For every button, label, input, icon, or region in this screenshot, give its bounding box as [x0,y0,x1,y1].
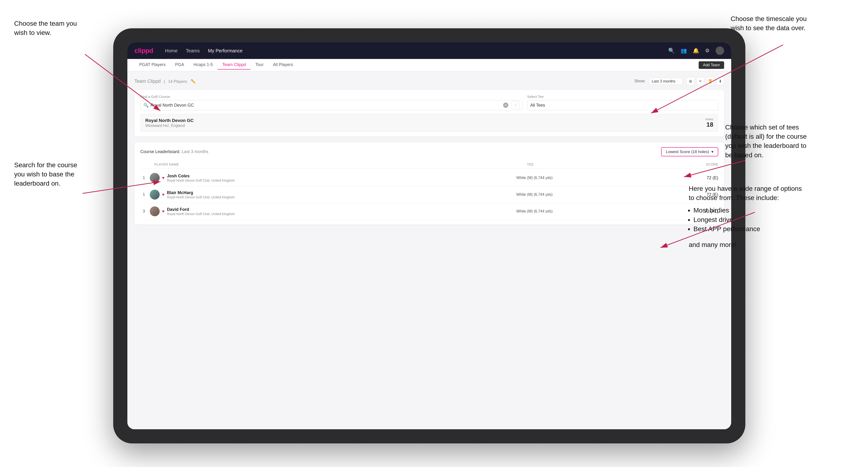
heart-icon[interactable]: ♥ [162,192,165,197]
edit-icon[interactable]: ✏️ [191,79,196,84]
tee-select-wrap: All Tees [527,100,718,111]
nav-bar: clippd Home Teams My Performance 🔍 👥 🔔 ⚙ [127,42,731,59]
add-team-button[interactable]: Add Team [699,61,724,69]
trophy-icon[interactable]: 🏆 [706,77,714,85]
avatar [150,206,160,216]
table-row: 1 ♥ Blair McHarg Royal North Devon Golf … [140,186,718,203]
nav-link-my-performance[interactable]: My Performance [208,48,243,54]
nav-logo: clippd [134,47,153,55]
course-search-field: Find a Golf Course 🔍 ✕ ☆ [140,95,522,111]
tab-tour[interactable]: Tour [250,60,268,69]
bell-icon[interactable]: 🔔 [693,48,699,54]
col-player-header: PLAYER NAME [140,162,436,166]
player-tee: White (M) (6,744 yds) [442,209,626,214]
bullet-1: Most birdies [693,206,807,215]
table-row: 3 ♥ David Ford Royal North Devon Golf Cl… [140,203,718,220]
tablet-screen: clippd Home Teams My Performance 🔍 👥 🔔 ⚙… [127,42,731,429]
team-header-right: Show: Last 3 months ⊞ ≡ 🏆 ⬇ [634,77,724,85]
player-name: Blair McHarg [167,190,443,195]
nav-link-home[interactable]: Home [165,48,177,54]
tab-team-clippd[interactable]: Team Clippd [217,60,250,69]
search-panel: Find a Golf Course 🔍 ✕ ☆ Select Tee Al [134,90,724,136]
team-title: Team Clippd | 14 Players ✏️ [134,79,196,84]
annotation-top-right: Choose the timescale you wish to see the… [731,14,807,33]
view-icons: ⊞ ≡ 🏆 ⬇ [686,77,724,85]
select-tee-label: Select Tee [527,95,718,99]
tab-pga[interactable]: PGA [170,60,189,69]
annotation-right-middle: Choose which set of tees (default is all… [725,123,807,160]
player-info: Blair McHarg Royal North Devon Golf Club… [167,190,443,199]
leaderboard-header: Course Leaderboard, Last 3 months Lowest… [140,147,718,156]
course-result: Royal North Devon GC Westward Ho!, Engla… [140,114,718,132]
nav-links: Home Teams My Performance [165,48,668,54]
find-course-label: Find a Golf Course [140,95,522,99]
annotation-top-left: Choose the team you wish to view. [14,19,77,37]
annotation-left-middle: Search for the course you wish to base t… [14,160,78,188]
player-score: 72 (E) [626,176,718,181]
search-icon[interactable]: 🔍 [668,48,675,54]
search-input-wrap: 🔍 ✕ ☆ [140,100,522,111]
player-rank: 1 [140,192,148,197]
leaderboard: Course Leaderboard, Last 3 months Lowest… [134,143,724,224]
player-name: David Ford [167,207,443,212]
bullet-2: Longest drive [693,215,807,224]
nav-right: 🔍 👥 🔔 ⚙ [668,46,724,55]
chevron-down-icon: ▾ [711,149,714,154]
tablet-device: clippd Home Teams My Performance 🔍 👥 🔔 ⚙… [113,28,745,443]
team-header: Team Clippd | 14 Players ✏️ Show: Last 3… [134,77,724,85]
player-rank: 3 [140,209,148,214]
download-icon[interactable]: ⬇ [716,77,724,85]
tab-all-players[interactable]: All Players [269,60,298,69]
player-count: 14 Players [168,79,187,84]
leaderboard-columns: PLAYER NAME TEE SCORE [140,161,718,168]
holes-badge: Holes 18 [706,118,713,128]
tee-select-field: Select Tee All Tees [527,95,718,111]
player-rank: 1 [140,176,148,180]
player-info: Josh Coles Royal North Devon Golf Club, … [167,174,443,182]
course-info: Royal North Devon GC Westward Ho!, Engla… [145,118,194,128]
nav-link-teams[interactable]: Teams [186,48,200,54]
score-type-button[interactable]: Lowest Score (18 holes) ▾ [661,147,718,156]
avatar[interactable] [716,46,724,55]
search-row: Find a Golf Course 🔍 ✕ ☆ Select Tee Al [140,95,718,111]
col-tee-header: TEE [436,162,624,166]
course-name: Royal North Devon GC [145,118,194,123]
clear-search-button[interactable]: ✕ [503,102,508,108]
player-tee: White (M) (6,744 yds) [442,176,626,180]
sub-nav-tabs: PGAT Players PGA Hcaps 1-5 Team Clippd T… [134,60,298,69]
people-icon[interactable]: 👥 [680,48,687,54]
sub-nav: PGAT Players PGA Hcaps 1-5 Team Clippd T… [127,59,731,71]
holes-number: 18 [706,121,713,128]
score-type-label: Lowest Score (18 holes) [666,150,709,154]
favorite-button[interactable]: ☆ [512,101,519,109]
tab-pgat-players[interactable]: PGAT Players [134,60,170,69]
tee-select[interactable]: All Tees [530,103,715,107]
settings-icon[interactable]: ⚙ [705,48,710,54]
heart-icon[interactable]: ♥ [162,176,165,181]
player-name: Josh Coles [167,174,443,179]
course-location: Westward Ho!, England [145,124,194,128]
player-info: David Ford Royal North Devon Golf Club, … [167,207,443,216]
course-search-input[interactable] [151,103,503,108]
main-content: Team Clippd | 14 Players ✏️ Show: Last 3… [127,71,731,429]
player-club: Royal North Devon Golf Club, United King… [167,179,443,182]
avatar [150,190,160,199]
annotation-right-bottom: Here you have a wide range of options to… [689,184,807,249]
list-view-button[interactable]: ≡ [696,77,704,85]
show-label: Show: [634,79,646,84]
player-tee: White (M) (6,744 yds) [442,192,626,197]
holes-label: Holes [706,118,713,121]
player-club: Royal North Devon Golf Club, United King… [167,212,443,216]
col-score-header: SCORE [624,162,718,166]
bullet-3: Best APP performance [693,224,807,234]
tab-hcaps[interactable]: Hcaps 1-5 [189,60,217,69]
avatar [150,173,160,183]
search-icon-inline: 🔍 [144,102,149,108]
annotation-footer: and many more! [689,240,807,249]
heart-icon[interactable]: ♥ [162,209,165,214]
grid-view-button[interactable]: ⊞ [686,77,694,85]
time-period-select[interactable]: Last 3 months [649,78,683,85]
leaderboard-title: Course Leaderboard, Last 3 months [140,149,208,154]
table-row: 1 ♥ Josh Coles Royal North Devon Golf Cl… [140,169,718,186]
player-club: Royal North Devon Golf Club, United King… [167,195,443,199]
